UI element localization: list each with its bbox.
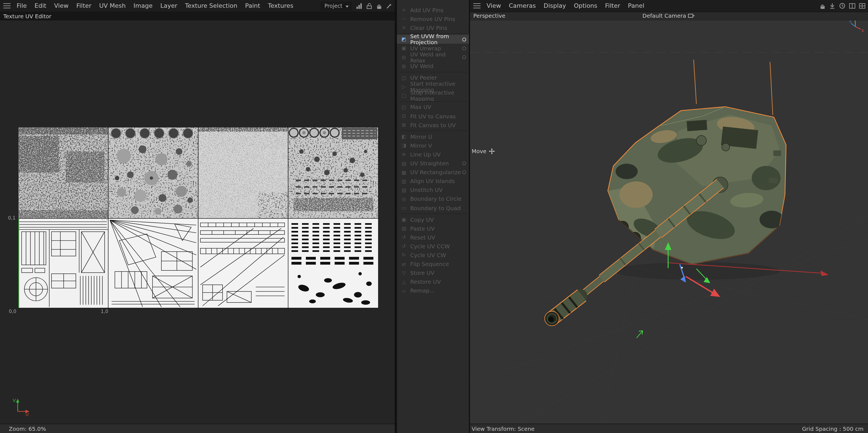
uv-corner-label-11: 1,1 bbox=[101, 216, 108, 221]
viewport-statusbar: View Transform: Scene Grid Spacing : 500… bbox=[470, 424, 868, 433]
menu-item-uv-straighten[interactable]: ▤UV Straighten bbox=[397, 159, 469, 168]
menu-item-flip-sequence[interactable]: ⇄Flip Sequence bbox=[397, 260, 469, 268]
menu-file[interactable]: File bbox=[13, 2, 31, 9]
menu-vp-options[interactable]: Options bbox=[570, 2, 601, 9]
menu-item-line-up-uv[interactable]: ≡Line Up UV bbox=[397, 150, 469, 159]
history-icon[interactable] bbox=[838, 1, 846, 10]
menu-item-fit-uv-to-canvas[interactable]: ⊡Fit UV to Canvas bbox=[397, 112, 469, 121]
uv-wireframe-tile-3 bbox=[198, 219, 288, 308]
menu-item-uv-weld-and-relax[interactable]: ⊟UV Weld and Relax bbox=[397, 53, 469, 62]
antenna bbox=[693, 60, 696, 104]
menu-item-fit-canvas-to-uv[interactable]: ⊠Fit Canvas to UV bbox=[397, 121, 469, 129]
menu-vp-cameras[interactable]: Cameras bbox=[505, 2, 540, 9]
gear-icon[interactable] bbox=[462, 170, 466, 174]
menu-item-add-uv-pins[interactable]: +Add UV Pins bbox=[397, 5, 469, 14]
menu-item-align-uv-islands[interactable]: ▥Align UV Islands bbox=[397, 177, 469, 186]
peeler-icon: ◫ bbox=[400, 75, 407, 80]
uv-editor-titlebar: Texture UV Editor bbox=[0, 12, 395, 21]
menu-item-store-uv[interactable]: ▽Store UV bbox=[397, 268, 469, 277]
view-label[interactable]: Perspective bbox=[473, 13, 505, 19]
layout-quad-icon[interactable] bbox=[858, 1, 866, 10]
gear-icon[interactable] bbox=[462, 55, 466, 59]
left-menubar: File Edit View Filter UV Mesh Image Laye… bbox=[0, 0, 395, 12]
menu-item-reset-uv[interactable]: ↺Reset UV bbox=[397, 233, 469, 242]
menu-vp-filter[interactable]: Filter bbox=[601, 2, 624, 9]
menu-vp-panel[interactable]: Panel bbox=[624, 2, 648, 9]
uv-commands-panel: +Add UV Pins −Remove UV Pins ×Clear UV P… bbox=[397, 0, 469, 433]
menu-vp-view[interactable]: View bbox=[483, 2, 505, 9]
right-menubar: View Cameras Display Options Filter Pane… bbox=[470, 0, 868, 12]
viewport-3d[interactable]: Perspective Default Camera Move bbox=[470, 12, 868, 424]
rectangularize-icon: ▦ bbox=[400, 169, 407, 175]
unstitch-icon: ▧ bbox=[400, 188, 407, 193]
menu-item-clear-uv-pins[interactable]: ×Clear UV Pins bbox=[397, 23, 469, 32]
menu-layer[interactable]: Layer bbox=[156, 2, 181, 9]
fit-uv-icon: ⊡ bbox=[400, 113, 407, 119]
unlock-icon[interactable] bbox=[364, 1, 373, 10]
menu-item-mirror-u[interactable]: ◧Mirror U bbox=[397, 132, 469, 141]
panel-splitter[interactable] bbox=[395, 0, 397, 433]
menu-texture-selection[interactable]: Texture Selection bbox=[181, 2, 241, 9]
chevron-down-icon bbox=[345, 5, 349, 7]
menu-item-cycle-uv-cw[interactable]: ↻Cycle UV CW bbox=[397, 251, 469, 260]
menu-item-mirror-v[interactable]: ◨Mirror V bbox=[397, 141, 469, 150]
pin-clear-icon: × bbox=[400, 25, 407, 30]
menu-separator bbox=[397, 70, 469, 73]
uv-corner-label-01: 0,1 bbox=[7, 215, 16, 221]
menu-item-remove-uv-pins[interactable]: −Remove UV Pins bbox=[397, 14, 469, 23]
max-uv-icon: ◰ bbox=[400, 104, 407, 110]
menu-item-paste-uv[interactable]: ▤Paste UV bbox=[397, 224, 469, 233]
zoom-status: Zoom: 65.0% bbox=[9, 426, 46, 432]
viewport-scene[interactable] bbox=[470, 12, 868, 424]
menu-textures[interactable]: Textures bbox=[264, 2, 297, 9]
pin-remove-icon: − bbox=[400, 16, 407, 22]
hand-icon[interactable] bbox=[374, 1, 383, 10]
uv-wireframe-tile-4 bbox=[288, 219, 378, 308]
world-origin-marker bbox=[637, 331, 643, 338]
gear-icon[interactable] bbox=[462, 162, 466, 165]
texture-tile-1 bbox=[18, 127, 108, 219]
chart-icon[interactable] bbox=[354, 1, 363, 10]
menu-item-restore-uv[interactable]: △Restore UV bbox=[397, 277, 469, 286]
line-up-icon: ≡ bbox=[400, 152, 407, 157]
move-cursor-icon bbox=[489, 148, 495, 154]
store-icon: ▽ bbox=[400, 270, 407, 276]
menu-item-copy-uv[interactable]: ▣Copy UV bbox=[397, 215, 469, 224]
menu-item-boundary-to-circle[interactable]: ◎Boundary to Circle bbox=[397, 195, 469, 203]
menu-item-remap[interactable]: ▱Remap... bbox=[397, 287, 469, 295]
gear-icon[interactable] bbox=[462, 46, 466, 50]
download-icon[interactable] bbox=[828, 1, 836, 10]
menu-hamburger-icon[interactable] bbox=[473, 3, 480, 8]
menu-item-set-uvw-from-projection[interactable]: ◩Set UVW from Projection bbox=[397, 35, 469, 44]
menu-edit[interactable]: Edit bbox=[31, 2, 51, 9]
menu-item-unstitch-uv[interactable]: ▧Unstitch UV bbox=[397, 186, 469, 195]
uv-canvas-tiles[interactable] bbox=[18, 127, 379, 308]
camera-label[interactable]: Default Camera bbox=[643, 13, 695, 19]
v-axis-label: V bbox=[13, 398, 16, 403]
uv-editor-title: Texture UV Editor bbox=[3, 13, 51, 19]
menu-filter[interactable]: Filter bbox=[72, 2, 95, 9]
hand-icon[interactable] bbox=[817, 1, 827, 10]
align-islands-icon: ▥ bbox=[400, 178, 407, 184]
menu-hamburger-icon[interactable] bbox=[3, 3, 10, 8]
menu-item-uv-rectangularize[interactable]: ▦UV Rectangularize bbox=[397, 168, 469, 177]
menu-item-cycle-uv-ccw[interactable]: ↺Cycle UV CCW bbox=[397, 242, 469, 251]
projection-icon: ◩ bbox=[400, 37, 407, 42]
menu-paint[interactable]: Paint bbox=[241, 2, 264, 9]
uv-canvas[interactable]: 0,1 1,1 0,0 1,0 V U bbox=[0, 12, 395, 424]
menu-view[interactable]: View bbox=[50, 2, 72, 9]
menu-image[interactable]: Image bbox=[129, 2, 156, 9]
menu-item-boundary-to-quad[interactable]: ▭Boundary to Quad bbox=[397, 203, 469, 212]
menu-vp-display[interactable]: Display bbox=[540, 2, 570, 9]
brush-icon[interactable] bbox=[384, 1, 393, 10]
gear-icon[interactable] bbox=[462, 38, 466, 41]
project-dropdown[interactable]: Project bbox=[321, 2, 351, 10]
menu-uv-mesh[interactable]: UV Mesh bbox=[95, 2, 129, 9]
mirror-u-icon: ◧ bbox=[400, 134, 407, 140]
cycle-ccw-icon: ↺ bbox=[400, 243, 407, 249]
uv-wireframe-tile-2 bbox=[108, 219, 198, 308]
menu-item-stop-interactive-mapping[interactable]: □Stop Interactive Mapping bbox=[397, 91, 469, 100]
straighten-icon: ▤ bbox=[400, 161, 407, 166]
layout-split-icon[interactable] bbox=[847, 1, 857, 10]
menu-item-max-uv[interactable]: ◰Max UV bbox=[397, 103, 469, 112]
